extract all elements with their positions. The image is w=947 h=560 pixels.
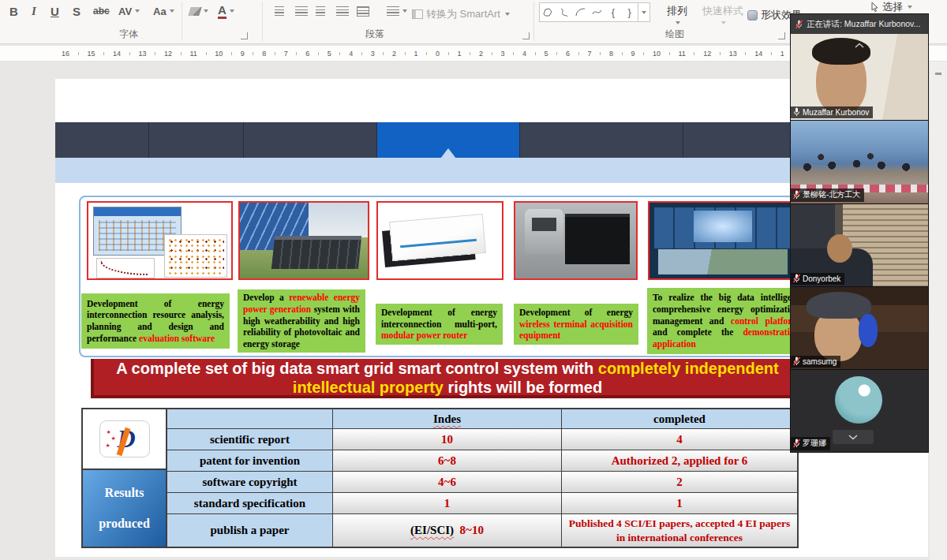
bold-button[interactable]: B: [9, 2, 18, 20]
line-spacing-button[interactable]: [387, 2, 407, 20]
ruler-tick: [720, 52, 721, 55]
ruler-tick: [556, 52, 557, 55]
headline-banner: A complete set of big data smart grid sm…: [91, 359, 801, 398]
mic-icon: [793, 439, 800, 448]
smartart-icon: [412, 9, 423, 19]
shapes-gallery-more-button[interactable]: [638, 3, 649, 21]
ruler-number: 1: [780, 50, 784, 58]
ruler-number: 2: [392, 50, 396, 58]
project-image-renewable: [238, 201, 369, 280]
participant-name-tag: samsumg: [791, 356, 840, 368]
justify-button[interactable]: [336, 2, 349, 20]
ruler-number: 4: [349, 50, 353, 58]
results-completed-value: 1: [562, 493, 797, 514]
caption-terminal: Development of energy wireless terminal …: [514, 304, 638, 345]
ruler-number: 12: [164, 50, 172, 58]
paragraph-group-label: 段落: [365, 28, 384, 41]
ruler-tick: [600, 52, 601, 55]
mic-icon: [793, 357, 800, 366]
select-button[interactable]: 选择: [870, 0, 912, 13]
arc-shape-icon[interactable]: [572, 8, 589, 17]
align-center-icon: [295, 6, 308, 17]
curve-shape-icon[interactable]: [589, 8, 605, 17]
left-brace-shape-icon[interactable]: {: [605, 6, 622, 18]
ruler-tick: [513, 52, 514, 55]
video-tile-classroom[interactable]: 景柳铭-北方工大: [791, 120, 928, 203]
scribble-shape-icon[interactable]: [556, 8, 573, 17]
convert-to-smartart-button[interactable]: 转换为 SmartArt: [412, 7, 510, 21]
results-row-label: patent for invention: [167, 450, 333, 472]
ruler-tick: [470, 52, 470, 55]
results-row-label: scientific report: [167, 429, 333, 450]
ruler-tick: [426, 52, 427, 55]
logo-cell: D ★ ★ ★: [83, 409, 166, 470]
align-right-button[interactable]: [316, 2, 325, 20]
results-indes-value: 1: [333, 493, 562, 514]
chevron-up-icon[interactable]: [854, 37, 865, 51]
speaking-banner: 正在讲话: Muzaffar Kurbonov...: [791, 14, 928, 34]
freeform-shape-icon[interactable]: [540, 8, 556, 17]
ruler-number: 6: [305, 50, 309, 58]
video-tile-donyorbek[interactable]: Donyorbek: [791, 203, 928, 286]
results-row-label: software copyright: [167, 472, 333, 493]
results-indes-value: (EI/SCI) 8~10: [333, 514, 562, 547]
results-completed-value: Authorized 2, applied for 6: [562, 450, 797, 472]
ruler-number: 7: [284, 50, 288, 58]
muted-mic-icon: [795, 20, 803, 29]
ruler-number: 7: [587, 50, 591, 58]
chevron-down-icon: [170, 9, 174, 13]
ruler-tick: [339, 52, 340, 55]
highlighter-icon: [188, 7, 202, 16]
line-spacing-icon: [387, 6, 399, 17]
quick-styles-button[interactable]: 快速样式: [702, 4, 743, 24]
participant-name-tag: Muzaffar Kurbonov: [791, 106, 873, 118]
distribute-button[interactable]: [357, 2, 369, 20]
text-shadow-button[interactable]: S: [73, 2, 80, 20]
italic-button[interactable]: I: [32, 2, 36, 20]
arrange-button[interactable]: 排列: [667, 4, 687, 24]
nav-segment-5: [520, 122, 683, 158]
ruler-tick: [253, 52, 253, 55]
change-case-button[interactable]: Aa: [153, 2, 174, 20]
right-brace-shape-icon[interactable]: }: [621, 6, 638, 18]
align-left-button[interactable]: [275, 2, 284, 20]
ruler-number: 2: [479, 50, 483, 58]
ruler-tick: [771, 52, 772, 55]
strikethrough-button[interactable]: abc: [93, 2, 110, 20]
ruler-tick: [405, 52, 406, 55]
ruler-tick: [155, 52, 155, 55]
columns-icon: [357, 6, 369, 17]
highlight-color-button[interactable]: [189, 2, 208, 20]
collapse-panel-button[interactable]: [833, 430, 874, 444]
font-color-button[interactable]: A: [218, 2, 234, 20]
paragraph-dialog-launcher[interactable]: [522, 32, 530, 39]
ruler-number: 0: [436, 50, 440, 58]
results-completed-value: Published 4 SCI/EI papers, accepted 4 EI…: [562, 514, 797, 547]
ruler-tick: [383, 52, 384, 55]
ruler-tick: [206, 52, 207, 55]
nav-segment-1: [55, 122, 149, 158]
shapes-gallery[interactable]: { }: [539, 2, 650, 22]
nav-segment-3: [244, 122, 377, 158]
ruler-number: 8: [609, 50, 613, 58]
ruler-number: 9: [241, 50, 245, 58]
character-spacing-button[interactable]: AV: [118, 2, 140, 20]
align-center-button[interactable]: [295, 2, 308, 20]
nav-segment-4: [377, 122, 520, 158]
ruler-tick: [669, 52, 670, 55]
project-image-software: [87, 201, 233, 280]
video-tile-samsumg[interactable]: samsumg: [791, 286, 928, 369]
cursor-icon: [870, 2, 879, 12]
drawing-dialog-launcher[interactable]: [778, 32, 785, 39]
underline-button[interactable]: U: [51, 2, 59, 20]
caption-control-room: To realize the big data intelligent comp…: [647, 288, 805, 354]
video-tile-luoshanna[interactable]: 罗珊娜: [791, 369, 928, 452]
vertical-scrollbar[interactable]: [930, 62, 947, 560]
meeting-panel: 正在讲话: Muzaffar Kurbonov... Muzaffar Kurb…: [791, 14, 928, 452]
results-row-label: standard specification: [167, 493, 333, 514]
video-tile-muzaffar[interactable]: Muzaffar Kurbonov: [791, 34, 928, 120]
scrollbar-thumb[interactable]: [935, 73, 941, 75]
ruler-number: 1: [458, 50, 462, 58]
group-divider: [533, 2, 534, 41]
font-dialog-launcher[interactable]: [241, 32, 248, 39]
